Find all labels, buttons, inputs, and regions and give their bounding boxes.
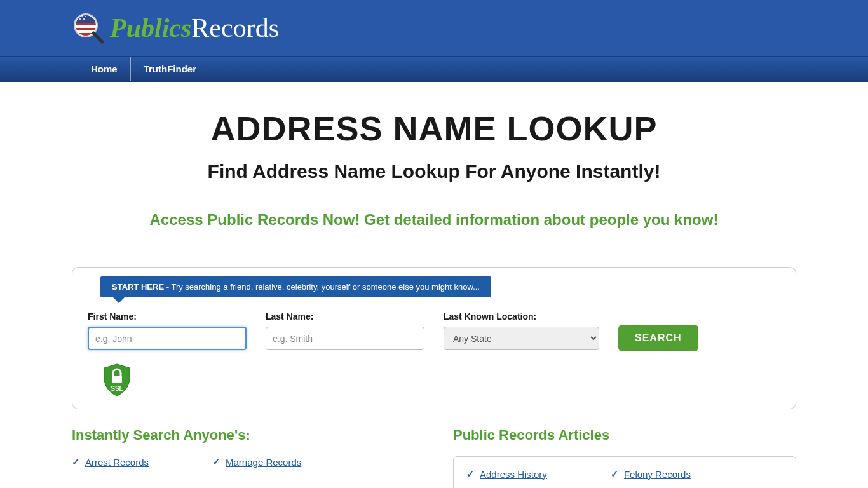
ssl-badge-icon: SSL <box>99 362 135 397</box>
tagline: Access Public Records Now! Get detailed … <box>0 211 868 229</box>
form-row: First Name: Last Name: Last Known Locati… <box>88 311 780 350</box>
location-label: Last Known Location: <box>444 311 599 322</box>
right-link-col2: ✓ Felony Records <box>611 468 691 480</box>
logo-wrap: PublicsRecords <box>72 11 796 44</box>
location-group: Last Known Location: Any State <box>444 311 599 350</box>
svg-rect-5 <box>74 28 97 30</box>
left-link-col2: ✓ Marriage Records <box>212 456 301 468</box>
right-col-title: Public Records Articles <box>453 427 796 444</box>
svg-point-11 <box>79 18 81 20</box>
list-item: ✓ Address History <box>466 468 547 480</box>
location-select[interactable]: Any State <box>444 327 599 350</box>
list-item: ✓ Arrest Records <box>72 456 149 468</box>
check-icon: ✓ <box>212 456 220 468</box>
link-marriage-records[interactable]: Marriage Records <box>226 457 301 468</box>
logo-text: PublicsRecords <box>110 13 279 43</box>
last-name-label: Last Name: <box>266 311 424 322</box>
columns: Instantly Search Anyone's: ✓ Arrest Reco… <box>72 427 796 488</box>
left-link-grid: ✓ Arrest Records ✓ Marriage Records <box>72 456 415 468</box>
check-icon: ✓ <box>466 468 475 480</box>
search-box: START HERE - Try searching a friend, rel… <box>72 267 796 409</box>
page-title: ADDRESS NAME LOOKUP <box>0 109 868 148</box>
check-icon: ✓ <box>611 468 619 480</box>
svg-line-13 <box>93 33 102 42</box>
svg-rect-14 <box>112 376 122 383</box>
check-icon: ✓ <box>72 456 80 468</box>
link-address-history[interactable]: Address History <box>480 469 547 480</box>
last-name-input[interactable] <box>266 327 424 350</box>
link-felony-records[interactable]: Felony Records <box>624 469 691 480</box>
page-subtitle: Find Address Name Lookup For Anyone Inst… <box>0 161 868 182</box>
start-here-tip: START HERE - Try searching a friend, rel… <box>100 276 491 297</box>
svg-text:SSL: SSL <box>111 385 123 392</box>
right-link-grid: ✓ Address History ✓ Felony Records <box>453 456 796 488</box>
logo-text-part1: Publics <box>110 13 191 43</box>
start-here-rest: - Try searching a friend, relative, cele… <box>164 282 480 292</box>
link-arrest-records[interactable]: Arrest Records <box>85 457 149 468</box>
logo-text-part2: Records <box>191 13 279 43</box>
svg-point-10 <box>85 16 86 17</box>
first-name-input[interactable] <box>88 327 247 350</box>
list-item: ✓ Felony Records <box>611 468 691 480</box>
right-column: Public Records Articles ✓ Address Histor… <box>453 427 796 488</box>
svg-rect-3 <box>74 23 97 25</box>
first-name-group: First Name: <box>88 311 247 350</box>
right-link-col1: ✓ Address History <box>466 468 547 480</box>
start-here-bold: START HERE <box>112 282 164 292</box>
list-item: ✓ Marriage Records <box>212 456 301 468</box>
last-name-group: Last Name: <box>266 311 424 350</box>
nav-bar: Home TruthFinder <box>0 56 868 82</box>
nav-truthfinder[interactable]: TruthFinder <box>130 57 209 81</box>
svg-point-12 <box>83 18 85 20</box>
nav-home[interactable]: Home <box>72 57 130 81</box>
left-col-title: Instantly Search Anyone's: <box>72 427 415 444</box>
nav-inner: Home TruthFinder <box>72 57 796 81</box>
left-column: Instantly Search Anyone's: ✓ Arrest Reco… <box>72 427 415 488</box>
left-link-col1: ✓ Arrest Records <box>72 456 149 468</box>
svg-rect-4 <box>74 25 97 28</box>
first-name-label: First Name: <box>88 311 247 322</box>
logo-icon <box>72 11 105 44</box>
search-button[interactable]: SEARCH <box>618 325 698 351</box>
header: PublicsRecords <box>0 0 868 56</box>
